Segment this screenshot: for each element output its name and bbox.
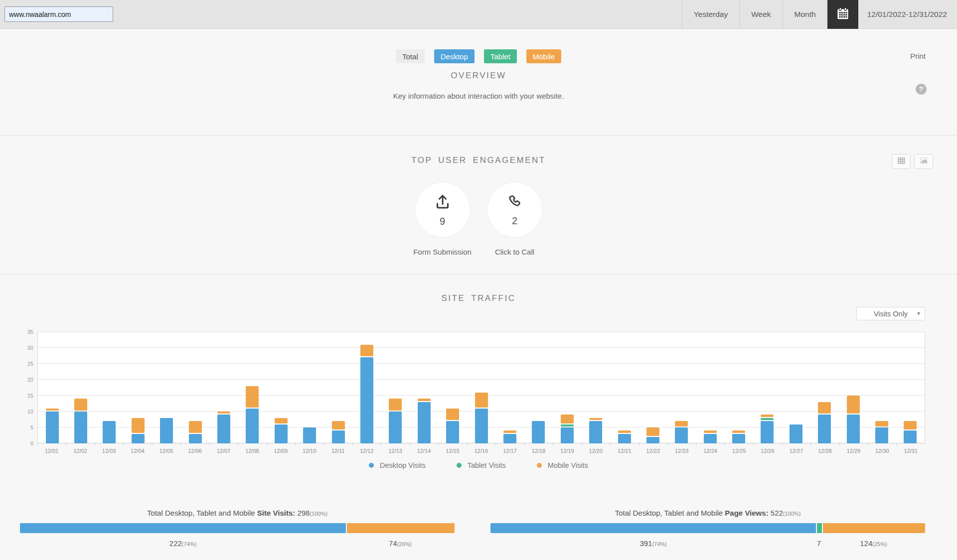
bar-stack-12/13[interactable] — [389, 399, 402, 443]
bar-stack-12/18[interactable] — [532, 421, 545, 443]
range-button-week[interactable]: Week — [739, 0, 782, 29]
help-icon[interactable]: ? — [916, 84, 927, 95]
bar-stack-12/31[interactable] — [904, 421, 917, 443]
bar-segment — [132, 418, 145, 433]
bar-column — [238, 332, 267, 443]
legend-item-tablet-visits[interactable]: Tablet Visits — [457, 461, 506, 469]
upload-icon — [434, 193, 452, 213]
filter-button-desktop[interactable]: Desktop — [434, 49, 475, 63]
bar-stack-12/07[interactable] — [217, 412, 230, 443]
legend-item-mobile-visits[interactable]: Mobile Visits — [537, 461, 588, 469]
bar-stack-12/14[interactable] — [418, 399, 431, 443]
website-url-input[interactable] — [4, 6, 113, 22]
bar-stack-12/04[interactable] — [132, 418, 145, 443]
bar-stack-12/19[interactable] — [561, 415, 574, 443]
bar-stack-12/08[interactable] — [246, 386, 259, 443]
print-button[interactable]: Print — [910, 52, 926, 60]
bar-stack-12/16[interactable] — [475, 393, 488, 443]
bar-stack-12/12[interactable] — [360, 345, 373, 443]
bar-column — [324, 332, 352, 443]
x-axis-label: 12/08 — [238, 445, 266, 454]
legend-item-desktop-visits[interactable]: Desktop Visits — [369, 461, 426, 469]
bar-segment — [904, 421, 917, 429]
bar-stack-12/21[interactable] — [618, 430, 631, 443]
bar-stack-12/01[interactable] — [46, 409, 59, 443]
table-view-button[interactable] — [892, 154, 911, 169]
bar-segment — [475, 409, 488, 443]
bar-segment — [646, 437, 659, 443]
bar-stack-12/28[interactable] — [818, 402, 831, 443]
filter-button-total[interactable]: Total — [396, 49, 425, 63]
summary-stacked-bar — [490, 523, 925, 533]
bar-segment — [675, 421, 688, 426]
view-toggle-buttons — [892, 154, 933, 169]
bar-stack-12/06[interactable] — [189, 421, 202, 443]
bar-stack-12/15[interactable] — [446, 409, 459, 443]
chart-view-button[interactable] — [914, 154, 933, 169]
bar-column — [667, 332, 696, 443]
x-axis-label: 12/22 — [639, 445, 667, 454]
range-button-month[interactable]: Month — [783, 0, 827, 29]
filter-button-tablet[interactable]: Tablet — [484, 49, 517, 63]
x-axis-label: 12/27 — [782, 445, 810, 454]
bar-segment — [847, 415, 860, 443]
x-axis-label: 12/31 — [897, 445, 925, 454]
bar-column — [95, 332, 124, 443]
overview-heading: OVERVIEW — [0, 71, 957, 80]
bar-column — [610, 332, 638, 443]
summary-column: Total Desktop, Tablet and Mobile Site Vi… — [0, 509, 478, 548]
bar-column — [782, 332, 810, 443]
bar-segment — [561, 427, 574, 443]
bar-segment — [189, 421, 202, 433]
calendar-icon — [835, 6, 850, 23]
bar-stack-12/10[interactable] — [303, 427, 316, 443]
bar-stack-12/17[interactable] — [503, 430, 516, 443]
bar-stack-12/26[interactable] — [761, 415, 774, 443]
bar-stack-12/20[interactable] — [589, 418, 602, 443]
bar-column — [410, 332, 438, 443]
bar-stack-12/25[interactable] — [732, 430, 745, 443]
bar-segment — [389, 412, 402, 443]
bar-stack-12/03[interactable] — [103, 421, 116, 443]
bar-column — [696, 332, 724, 443]
bar-stack-12/09[interactable] — [275, 418, 288, 443]
engagement-value: 9 — [440, 216, 445, 227]
bar-stack-12/02[interactable] — [74, 399, 87, 443]
bar-segment — [389, 399, 402, 411]
bar-segment — [790, 424, 802, 443]
bar-segment — [275, 418, 288, 423]
summary-bar-segment — [346, 523, 455, 533]
range-button-yesterday[interactable]: Yesterday — [682, 0, 739, 29]
summary-column: Total Desktop, Tablet and Mobile Page Vi… — [478, 509, 957, 548]
bar-stack-12/22[interactable] — [646, 427, 659, 443]
bar-stack-12/30[interactable] — [875, 421, 888, 443]
summary-segment-label: 222(74%) — [169, 539, 196, 548]
bar-stack-12/05[interactable] — [160, 418, 173, 443]
calendar-button[interactable] — [827, 0, 858, 29]
summary-bar-segment — [490, 523, 816, 533]
summary-bar-segment — [816, 523, 822, 533]
x-axis-label: 12/28 — [810, 445, 839, 454]
bar-segment — [132, 434, 145, 443]
chart-bars — [38, 332, 925, 443]
summary-segment-labels: 391(74%)7124(25%) — [490, 539, 925, 548]
engagement-circle: 2 — [487, 182, 543, 238]
bar-stack-12/23[interactable] — [675, 421, 688, 443]
bar-stack-12/29[interactable] — [847, 396, 860, 443]
bar-segment — [503, 430, 516, 432]
filter-button-mobile[interactable]: Mobile — [526, 49, 561, 63]
bar-column — [753, 332, 782, 443]
site-traffic-section: SITE TRAFFIC Visits Only ▾ 0510152025303… — [0, 275, 957, 560]
legend-dot-icon — [457, 463, 462, 468]
bar-segment — [732, 430, 745, 432]
bar-stack-12/27[interactable] — [790, 424, 802, 443]
bar-stack-12/24[interactable] — [704, 430, 717, 443]
bar-segment — [74, 399, 87, 411]
bar-column — [124, 332, 152, 443]
traffic-view-dropdown[interactable]: Visits Only ▾ — [856, 307, 925, 320]
y-axis-tick-label: 35 — [18, 329, 33, 335]
bar-stack-12/11[interactable] — [332, 421, 345, 443]
summary-title-prefix: Total Desktop, Tablet and Mobile — [147, 509, 257, 517]
engagement-heading: TOP USER ENGAGEMENT — [0, 136, 957, 165]
range-buttons: YesterdayWeekMonth — [682, 0, 827, 29]
